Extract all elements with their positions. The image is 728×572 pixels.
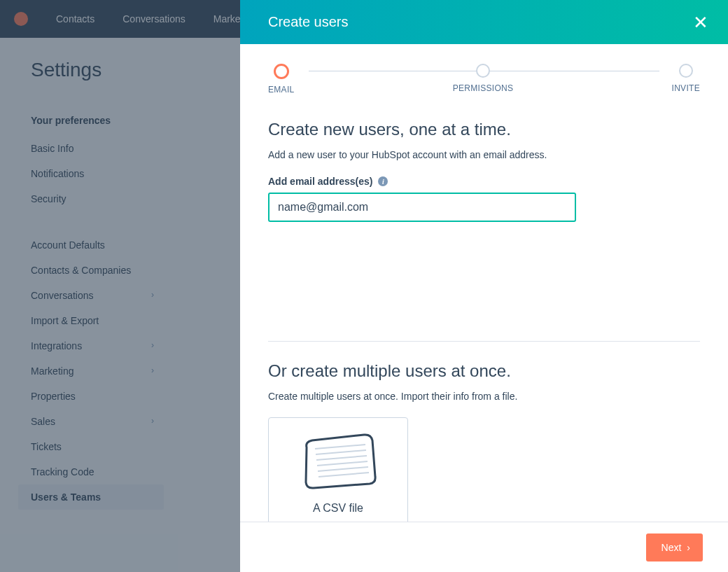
section-desc-multiple: Create multiple users at once. Import th… <box>268 391 700 402</box>
modal-footer: Next › <box>240 522 728 572</box>
info-icon[interactable]: i <box>378 176 388 186</box>
step-email[interactable]: EMAIL <box>268 64 295 95</box>
step-label: PERMISSIONS <box>453 83 514 93</box>
field-label-text: Add email address(es) <box>268 176 372 187</box>
section-desc: Add a new user to your HubSpot account w… <box>268 149 700 160</box>
step-label: INVITE <box>672 83 700 93</box>
section-heading-multiple: Or create multiple users at once. <box>268 361 700 381</box>
step-circle-icon <box>476 64 490 78</box>
create-users-modal: Create users ✕ EMAIL PERMISSIONS INVITE … <box>240 0 728 572</box>
csv-file-icon <box>293 428 384 494</box>
email-field-label: Add email address(es) i <box>268 176 700 187</box>
step-label: EMAIL <box>268 85 295 95</box>
step-circle-icon <box>679 64 693 78</box>
section-heading: Create new users, one at a time. <box>268 120 700 139</box>
step-invite[interactable]: INVITE <box>672 64 700 93</box>
csv-import-card[interactable]: A CSV file <box>268 417 408 522</box>
email-input[interactable] <box>268 193 576 222</box>
stepper: EMAIL PERMISSIONS INVITE <box>268 64 700 95</box>
step-circle-icon <box>274 64 289 79</box>
modal-title: Create users <box>268 14 349 30</box>
next-button[interactable]: Next › <box>646 533 703 561</box>
modal-header: Create users ✕ <box>240 0 728 44</box>
csv-card-label: A CSV file <box>313 502 363 515</box>
step-permissions[interactable]: PERMISSIONS <box>453 64 514 93</box>
close-icon[interactable]: ✕ <box>693 13 708 32</box>
chevron-right-icon: › <box>687 542 690 553</box>
modal-content: EMAIL PERMISSIONS INVITE Create new user… <box>240 44 728 522</box>
next-button-label: Next <box>662 542 682 553</box>
divider <box>268 341 700 342</box>
